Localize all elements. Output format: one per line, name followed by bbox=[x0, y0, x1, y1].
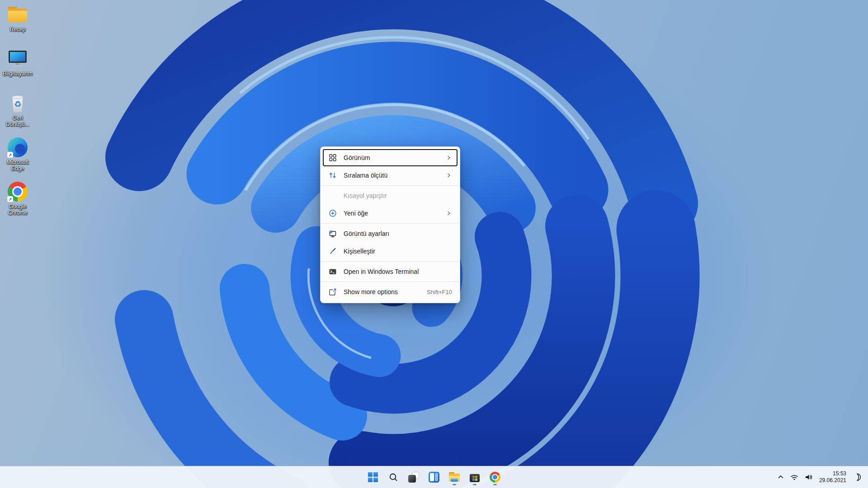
running-indicator bbox=[453, 484, 456, 485]
desktop-icon-label: MicrosoftEdge bbox=[7, 159, 29, 172]
view-grid-icon bbox=[328, 153, 337, 162]
search-icon bbox=[388, 472, 398, 482]
chrome-icon bbox=[490, 472, 500, 483]
new-item-icon bbox=[328, 209, 337, 218]
tray-volume-button[interactable] bbox=[802, 468, 816, 486]
menu-separator bbox=[321, 261, 460, 262]
volume-icon bbox=[804, 473, 813, 482]
widgets-icon bbox=[429, 472, 439, 483]
menu-item-show-more-options[interactable]: Show more options Shift+F10 bbox=[323, 283, 458, 300]
personalize-brush-icon bbox=[328, 247, 337, 256]
desktop-icon-label: Recep bbox=[10, 26, 26, 33]
system-tray: 15:53 29.06.2021 bbox=[772, 466, 866, 488]
folder-icon bbox=[7, 4, 28, 25]
empty-icon-slot bbox=[328, 191, 337, 200]
shortcut-arrow-icon: ↗ bbox=[7, 152, 13, 158]
task-view-button[interactable] bbox=[405, 468, 423, 486]
menu-item-sort-by[interactable]: Sıralama ölçütü bbox=[323, 167, 458, 184]
display-settings-icon bbox=[328, 229, 337, 238]
desktop-icon-recycle-bin[interactable]: ♻ GeriDönüşü... bbox=[0, 92, 35, 127]
desktop-icon-recep[interactable]: Recep bbox=[0, 4, 35, 33]
submenu-chevron-icon bbox=[446, 172, 452, 178]
menu-separator bbox=[321, 185, 460, 186]
notification-center-button[interactable] bbox=[850, 468, 863, 486]
microsoft-store-button[interactable] bbox=[466, 468, 484, 486]
moon-focus-assist-icon bbox=[852, 473, 861, 482]
menu-shortcut-text: Shift+F10 bbox=[427, 289, 452, 296]
menu-item-display-settings[interactable]: Görüntü ayarları bbox=[323, 225, 458, 242]
taskbar: 15:53 29.06.2021 bbox=[0, 466, 868, 488]
recycle-bin-icon: ♻ bbox=[7, 92, 28, 114]
chevron-up-icon bbox=[777, 474, 784, 481]
menu-item-paste-shortcut: Kısayol yapıştır bbox=[323, 187, 458, 204]
shortcut-arrow-icon: ↗ bbox=[7, 196, 13, 202]
tray-chevron-up-button[interactable] bbox=[775, 468, 787, 486]
menu-item-open-windows-terminal[interactable]: Open in Windows Terminal bbox=[323, 263, 458, 280]
chrome-taskbar-button[interactable] bbox=[486, 468, 504, 486]
desktop-icon-microsoft-edge[interactable]: ↗ MicrosoftEdge bbox=[0, 136, 35, 172]
desktop-icon-label: GoogleChrome bbox=[8, 203, 28, 216]
clock-time: 15:53 bbox=[833, 470, 846, 477]
menu-separator bbox=[321, 282, 460, 282]
terminal-icon bbox=[328, 267, 337, 276]
clock-date: 29.06.2021 bbox=[819, 477, 846, 484]
tray-network-button[interactable] bbox=[788, 468, 801, 486]
this-pc-icon bbox=[7, 48, 28, 70]
edge-icon: ↗ bbox=[7, 136, 28, 158]
task-view-icon bbox=[408, 472, 419, 483]
desktop-icon-google-chrome[interactable]: ↗ GoogleChrome bbox=[0, 181, 35, 216]
desktop-icon-label: Bilgisayarım bbox=[3, 70, 32, 77]
windows-start-icon bbox=[368, 472, 378, 482]
desktop-context-menu: Görünüm Sıralama ölçütü Kısayol yapıştır bbox=[320, 146, 460, 303]
menu-item-new[interactable]: Yeni öğe bbox=[323, 205, 458, 222]
wifi-icon bbox=[790, 473, 799, 482]
file-explorer-button[interactable] bbox=[445, 468, 463, 486]
taskbar-center-buttons bbox=[364, 468, 504, 486]
file-explorer-icon bbox=[448, 472, 460, 483]
menu-separator bbox=[321, 223, 460, 224]
submenu-chevron-icon bbox=[446, 155, 452, 161]
running-indicator bbox=[493, 484, 497, 485]
svg-text:♻: ♻ bbox=[14, 99, 21, 109]
chrome-icon: ↗ bbox=[7, 181, 28, 202]
desktop-icon-this-pc[interactable]: Bilgisayarım bbox=[0, 48, 35, 77]
desktop-icon-label: GeriDönüşü... bbox=[6, 115, 29, 127]
show-more-icon bbox=[328, 287, 337, 296]
search-button[interactable] bbox=[384, 468, 402, 486]
menu-item-personalize[interactable]: Kişiselleştir bbox=[323, 243, 458, 260]
start-button[interactable] bbox=[364, 468, 382, 486]
widgets-button[interactable] bbox=[425, 468, 443, 486]
menu-item-view[interactable]: Görünüm bbox=[323, 149, 458, 166]
microsoft-store-icon bbox=[469, 472, 480, 483]
desktop[interactable]: Recep Bilgisayarım bbox=[0, 0, 868, 488]
taskbar-clock[interactable]: 15:53 29.06.2021 bbox=[816, 470, 849, 484]
running-indicator bbox=[473, 484, 476, 485]
sort-icon bbox=[328, 171, 337, 180]
submenu-chevron-icon bbox=[446, 210, 452, 216]
